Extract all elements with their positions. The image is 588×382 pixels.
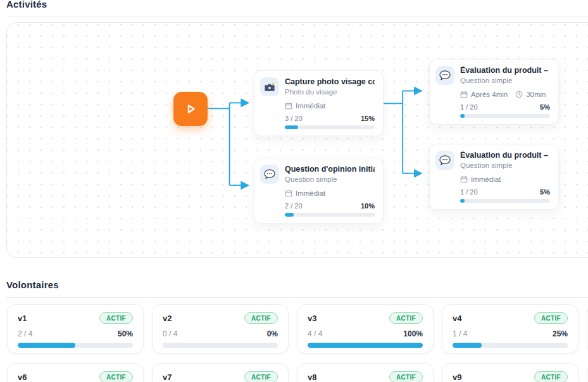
activity-card[interactable]: Évaluation du produit – app… Question si… — [429, 59, 559, 125]
start-node[interactable] — [173, 92, 208, 126]
status-badge: ACTIF — [244, 371, 278, 382]
volunteer-card[interactable]: v4 ACTIF 1 / 4 25% — [442, 304, 579, 353]
activity-icon-badge — [260, 77, 279, 96]
volunteer-card[interactable]: v2 ACTIF 0 / 4 0% — [152, 304, 289, 353]
volunteers-section-title: Volontaires — [6, 279, 59, 290]
volunteer-header: v8 ACTIF — [308, 371, 423, 382]
volunteer-header: v6 ACTIF — [18, 371, 133, 382]
activity-progress-fill — [460, 199, 465, 203]
activity-title: Évaluation du produit – app… — [460, 66, 550, 75]
volunteer-percent: 50% — [118, 329, 133, 338]
activity-schedule-label: Immédiat — [471, 175, 501, 183]
activity-icon-badge — [435, 66, 454, 85]
volunteer-progress-fill — [18, 343, 75, 348]
activity-schedule-label: Immédiat — [296, 102, 325, 110]
workflow-canvas[interactable]: Capture photo visage contr… Photo du vis… — [6, 22, 588, 258]
volunteer-grid: v1 ACTIF 2 / 4 50% v2 ACTIF 0 / 4 0% v3 … — [7, 304, 588, 382]
volunteer-stats: 1 / 4 25% — [453, 329, 568, 338]
activity-progress-bar — [460, 199, 550, 203]
activity-schedule: Immédiat — [460, 175, 501, 183]
activity-duration-label: 30min — [526, 91, 546, 98]
activity-percent: 5% — [540, 103, 550, 111]
activity-body: Évaluation du produit – app… Question si… — [460, 66, 550, 118]
activity-body: Évaluation du produit – ren… Question si… — [460, 151, 550, 203]
volunteer-progress-bar — [18, 343, 133, 348]
activity-title: Question d'opinion initiale — [285, 165, 375, 174]
volunteer-name: v4 — [453, 314, 461, 323]
activity-type: Question simple — [460, 77, 550, 84]
volunteer-name: v2 — [163, 314, 172, 323]
status-badge: ACTIF — [99, 312, 133, 324]
volunteer-header: v9 ACTIF — [453, 371, 568, 382]
camera-icon — [264, 82, 276, 92]
calendar-icon — [285, 102, 292, 110]
activity-count: 2 / 20 — [285, 202, 303, 210]
volunteer-header: v4 ACTIF — [453, 312, 568, 324]
volunteer-card[interactable]: v1 ACTIF 2 / 4 50% — [7, 304, 144, 353]
volunteer-header: v2 ACTIF — [163, 312, 278, 324]
activity-stats: 1 / 20 5% — [460, 188, 550, 196]
calendar-icon — [460, 91, 468, 98]
calendar-icon — [285, 189, 292, 197]
activity-type: Photo du visage — [285, 88, 375, 96]
activity-title: Capture photo visage contr… — [285, 77, 375, 86]
volunteer-header: v1 ACTIF — [18, 312, 133, 324]
activity-type: Question simple — [460, 162, 550, 169]
calendar-icon — [460, 175, 468, 183]
volunteer-name: v6 — [18, 372, 27, 382]
activity-schedule-label: Immédiat — [296, 189, 325, 197]
divider — [6, 16, 588, 16]
volunteer-header: v3 ACTIF — [308, 312, 423, 324]
volunteer-stats: 2 / 4 50% — [18, 329, 133, 338]
activity-progress-bar — [460, 114, 550, 118]
activity-progress-fill — [285, 213, 294, 217]
status-badge: ACTIF — [99, 371, 133, 382]
volunteer-card[interactable]: v6 ACTIF — [7, 363, 144, 382]
activity-schedule: Après 4min — [460, 91, 508, 98]
status-badge: ACTIF — [534, 371, 568, 382]
activity-meta: Immédiat — [285, 102, 375, 110]
volunteer-name: v9 — [453, 372, 461, 382]
activity-stats: 1 / 20 5% — [460, 103, 550, 111]
volunteer-progress-bar — [308, 343, 423, 348]
volunteer-card[interactable]: v7 ACTIF — [152, 363, 289, 382]
activity-progress-bar — [285, 125, 375, 129]
activity-card[interactable]: Évaluation du produit – ren… Question si… — [429, 144, 559, 210]
activity-schedule: Immédiat — [285, 189, 325, 197]
play-icon — [184, 102, 197, 116]
activity-card[interactable]: Question d'opinion initiale Question sim… — [254, 158, 384, 224]
activity-card[interactable]: Capture photo visage contr… Photo du vis… — [254, 70, 384, 136]
activity-icon-badge — [435, 151, 454, 170]
volunteer-card[interactable]: v3 ACTIF 4 / 4 100% — [297, 304, 434, 353]
activity-body: Capture photo visage contr… Photo du vis… — [285, 77, 375, 129]
chat-bubble-icon — [439, 70, 451, 81]
volunteer-progress-fill — [308, 343, 423, 348]
volunteer-stats: 0 / 4 0% — [163, 329, 278, 338]
activity-progress-fill — [285, 125, 298, 129]
activity-count: 3 / 20 — [285, 115, 303, 122]
volunteer-progress-bar — [453, 343, 568, 348]
activity-percent: 5% — [540, 188, 550, 196]
volunteer-row-2: v6 ACTIF v7 ACTIF v8 ACTIF — [7, 363, 588, 382]
activity-title: Évaluation du produit – ren… — [460, 151, 550, 160]
activity-meta: Immédiat — [285, 189, 375, 197]
volunteer-card[interactable]: v9 ACTIF — [442, 363, 579, 382]
volunteer-row-1: v1 ACTIF 2 / 4 50% v2 ACTIF 0 / 4 0% v3 … — [7, 304, 588, 353]
activity-type: Question simple — [285, 175, 375, 183]
activity-percent: 10% — [361, 202, 375, 210]
activity-stats: 3 / 20 15% — [285, 115, 375, 122]
volunteer-name: v8 — [308, 372, 316, 382]
volunteer-card[interactable]: v8 ACTIF — [297, 363, 434, 382]
volunteer-count: 0 / 4 — [163, 329, 177, 338]
activity-count: 1 / 20 — [460, 103, 478, 111]
activity-schedule-label: Après 4min — [471, 91, 508, 98]
volunteer-name: v3 — [308, 314, 316, 323]
divider — [6, 297, 588, 298]
activity-percent: 15% — [361, 115, 375, 122]
activity-progress-bar — [285, 213, 375, 217]
activity-body: Question d'opinion initiale Question sim… — [285, 165, 375, 217]
status-badge: ACTIF — [389, 371, 423, 382]
status-badge: ACTIF — [389, 312, 423, 324]
volunteer-name: v1 — [18, 314, 27, 323]
activity-schedule: Immédiat — [285, 102, 325, 110]
